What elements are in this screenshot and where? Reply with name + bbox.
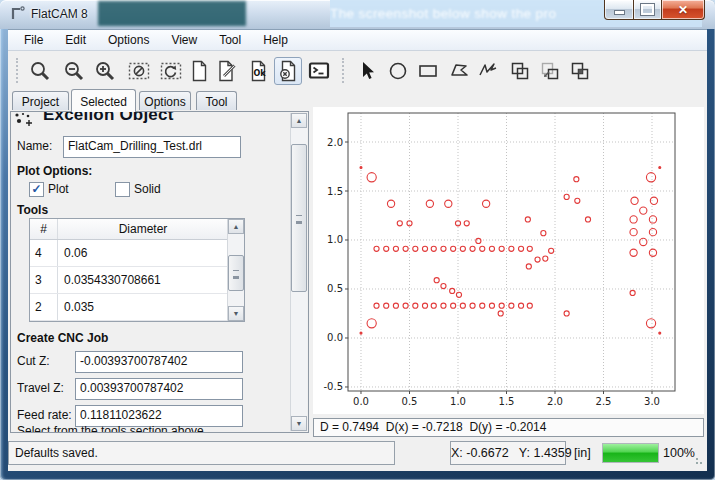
geometry-union-button[interactable] — [506, 57, 534, 85]
tool-diameter: 0.0354330708661 — [58, 267, 228, 293]
scroll-down-icon[interactable]: ▼ — [228, 306, 244, 321]
menu-file[interactable]: File — [13, 30, 54, 50]
scroll-up-icon[interactable]: ▲ — [291, 113, 307, 128]
delete-object-button[interactable] — [274, 57, 302, 85]
tools-table-header: # Diameter — [30, 219, 244, 240]
draw-circle-button[interactable] — [384, 57, 412, 85]
replot-icon — [159, 59, 183, 83]
svg-text:2.0: 2.0 — [547, 396, 563, 407]
tab-options[interactable]: Options — [139, 91, 191, 110]
statusbar: Defaults saved. X: -0.6672 Y: 1.4359 [in… — [8, 439, 707, 471]
table-row[interactable]: 3 0.0354330708661 — [30, 267, 244, 294]
edit-file-icon — [215, 59, 239, 83]
circle-icon — [386, 59, 410, 83]
svg-text:0.5: 0.5 — [327, 283, 343, 294]
table-row[interactable]: 2 0.035 — [30, 294, 244, 321]
geometry-move-button[interactable] — [536, 57, 564, 85]
tab-tool[interactable]: Tool — [196, 91, 237, 110]
copy-icon — [568, 59, 592, 83]
shell-icon — [307, 59, 331, 83]
window-frame: The screenshot below show the pro FlatCA… — [0, 0, 715, 480]
maximize-button[interactable] — [634, 0, 662, 20]
plot-options-label: Plot Options: — [17, 164, 92, 178]
menu-edit[interactable]: Edit — [54, 30, 97, 50]
table-row[interactable]: 4 0.06 — [30, 240, 244, 267]
menu-view[interactable]: View — [160, 30, 208, 50]
object-heading: Excellon Object — [43, 112, 275, 125]
travel-z-input[interactable]: 0.00393700787402 — [75, 378, 243, 400]
new-project-button[interactable] — [185, 57, 213, 85]
flatcam-logo-icon — [9, 5, 26, 22]
pointer-tool-button[interactable] — [354, 57, 382, 85]
tool-number-header[interactable]: # — [30, 219, 58, 239]
zoom-in-button[interactable] — [91, 57, 119, 85]
replot-button[interactable] — [157, 57, 185, 85]
plot-checkbox-label[interactable]: Plot — [48, 182, 69, 196]
menubar: File Edit Options View Tool Help — [8, 30, 707, 51]
tab-selected[interactable]: Selected — [71, 89, 136, 112]
tool-diameter: 0.035 — [58, 294, 228, 320]
svg-text:0.0: 0.0 — [353, 396, 369, 407]
polyline-icon — [476, 59, 500, 83]
geometry-copy-button[interactable] — [566, 57, 594, 85]
toolbar-grip[interactable] — [16, 58, 21, 83]
solid-checkbox[interactable] — [115, 182, 130, 197]
svg-text:1.0: 1.0 — [327, 234, 343, 245]
close-icon: ✕ — [678, 3, 688, 17]
solid-checkbox-label[interactable]: Solid — [134, 182, 161, 196]
toolbar-grip[interactable] — [342, 58, 347, 83]
tab-project[interactable]: Project — [12, 91, 69, 110]
scroll-down-icon[interactable]: ▼ — [291, 416, 307, 431]
drill-plot: 0.00.51.01.52.02.53.0-0.50.00.51.01.52.0 — [313, 107, 704, 414]
minimize-icon — [614, 10, 625, 15]
maximize-icon — [641, 4, 654, 15]
measurement-bar: D = 0.7494 D(x) = -0.7218 D(y) = -0.2014 — [313, 418, 704, 437]
plot-checkbox[interactable] — [29, 182, 44, 197]
menu-tool[interactable]: Tool — [208, 30, 252, 50]
zoom-out-button[interactable] — [60, 57, 88, 85]
union-icon — [508, 59, 532, 83]
move-icon — [538, 59, 562, 83]
shell-button[interactable] — [305, 57, 333, 85]
client-area: File Edit Options View Tool Help — [8, 29, 707, 471]
panel-scrollbar-thumb[interactable] — [291, 144, 307, 292]
status-message: Defaults saved. — [8, 441, 395, 465]
draw-polygon-button[interactable] — [446, 57, 474, 85]
tool-diameter: 0.06 — [58, 240, 228, 266]
new-file-icon — [187, 59, 211, 83]
save-ok-button[interactable]: Ok — [245, 57, 273, 85]
selected-panel: Excellon Object Name: FlatCam_Drilling_T… — [10, 111, 309, 433]
travel-z-label: Travel Z: — [17, 381, 64, 395]
draw-polyline-button[interactable] — [474, 57, 502, 85]
draw-rectangle-button[interactable] — [414, 57, 442, 85]
name-label: Name: — [17, 139, 52, 153]
titlebar[interactable]: The screenshot below show the pro FlatCA… — [0, 0, 715, 29]
background-window-bleed — [98, 1, 246, 26]
object-heading-wrap: Excellon Object — [15, 112, 275, 129]
svg-text:1.0: 1.0 — [450, 396, 466, 407]
menu-help[interactable]: Help — [252, 30, 299, 50]
cursor-coordinates: X: -0.6672 Y: 1.4359 — [450, 441, 566, 465]
tools-hint: Select from the tools section above — [17, 424, 204, 433]
tool-number: 3 — [30, 267, 58, 293]
clear-plot-button[interactable] — [125, 57, 153, 85]
table-scrollbar[interactable]: ▲ ▼ — [227, 219, 244, 321]
panel-scrollbar[interactable]: ▲ ▼ — [290, 113, 307, 431]
plot-canvas[interactable]: 0.00.51.01.52.02.53.0-0.50.00.51.01.52.0 — [313, 107, 704, 414]
feed-rate-label: Feed rate: — [17, 408, 72, 422]
menu-options[interactable]: Options — [97, 30, 160, 50]
zoom-fit-button[interactable] — [26, 57, 54, 85]
svg-text:0.5: 0.5 — [402, 396, 418, 407]
close-button[interactable]: ✕ — [662, 0, 705, 20]
table-scrollbar-thumb[interactable] — [228, 255, 244, 291]
tool-number: 2 — [30, 294, 58, 320]
name-input[interactable]: FlatCam_Drilling_Test.drl — [63, 136, 241, 158]
bleed-text: The screenshot below show the pro — [330, 6, 556, 21]
scroll-up-icon[interactable]: ▲ — [228, 219, 244, 234]
open-edit-button[interactable] — [213, 57, 241, 85]
cut-z-input[interactable]: -0.00393700787402 — [75, 351, 243, 373]
rectangle-icon — [416, 59, 440, 83]
diameter-header[interactable]: Diameter — [58, 219, 244, 239]
resize-grip[interactable] — [695, 457, 705, 467]
minimize-button[interactable] — [604, 0, 634, 20]
